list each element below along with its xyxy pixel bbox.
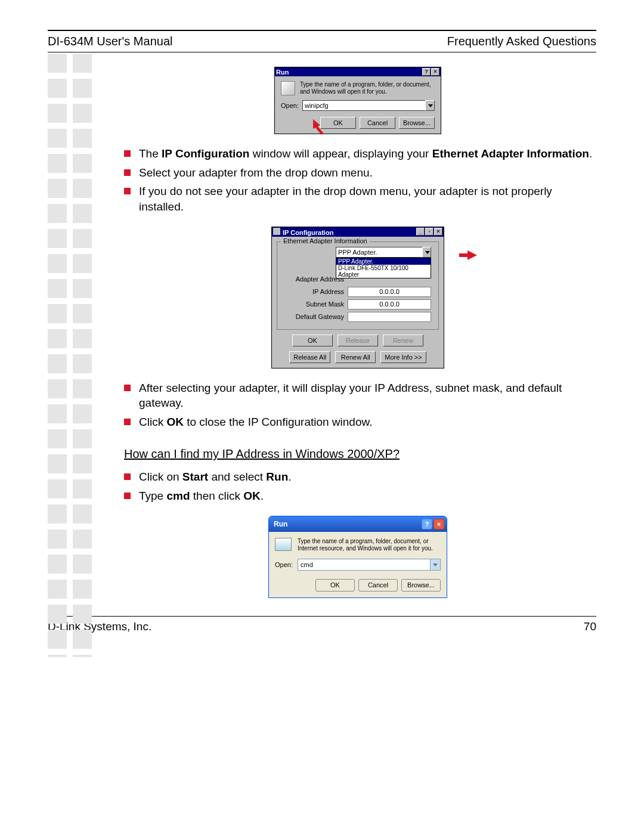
chevron-down-icon[interactable]: [431, 559, 441, 571]
close-icon[interactable]: ×: [434, 519, 444, 529]
ip-configuration-window: IP Configuration _ ▫ × Ethernet Adapter …: [271, 227, 444, 368]
label-ip-address: IP Address: [282, 288, 348, 295]
more-info-button[interactable]: More Info >>: [380, 351, 426, 363]
value-ip-address: 0.0.0.0: [348, 287, 431, 297]
bullet-icon: [124, 188, 131, 194]
open-label: Open:: [281, 102, 299, 109]
help-icon[interactable]: ?: [422, 519, 432, 529]
bullet-icon: [124, 473, 131, 480]
adapter-dropdown-list[interactable]: PPP Adapter. D-Link DFE-550TX 10/100 Ada…: [336, 258, 431, 278]
run-dialog-win9x: Run ? × Type the name of a program, fold…: [274, 67, 441, 134]
bullet-icon: [124, 385, 131, 391]
dropdown-option[interactable]: D-Link DFE-550TX 10/100 Adapter: [336, 265, 431, 278]
svg-marker-0: [313, 119, 324, 135]
close-icon[interactable]: ×: [434, 228, 442, 236]
bullet-icon: [124, 169, 131, 176]
renew-button[interactable]: Renew: [383, 335, 423, 346]
release-button[interactable]: Release: [338, 335, 378, 346]
ok-button[interactable]: OK: [315, 579, 355, 592]
bullet-icon: [124, 419, 131, 425]
browse-button[interactable]: Browse...: [399, 117, 435, 129]
pointer-arrow-icon: [313, 119, 331, 135]
label-subnet-mask: Subnet Mask: [282, 301, 348, 308]
value-default-gateway: [348, 312, 431, 322]
minimize-icon[interactable]: _: [416, 228, 425, 236]
restore-icon[interactable]: ▫: [425, 228, 434, 236]
help-icon[interactable]: ?: [422, 68, 431, 76]
dropdown-option[interactable]: PPP Adapter.: [336, 258, 431, 265]
footer-page-number: 70: [584, 620, 596, 633]
chevron-down-icon[interactable]: [425, 100, 435, 111]
cancel-button[interactable]: Cancel: [358, 579, 398, 592]
open-input[interactable]: [302, 100, 425, 111]
page-header: DI-634M User's Manual Frequently Asked Q…: [48, 35, 596, 48]
browse-button[interactable]: Browse...: [401, 579, 441, 592]
instruction-list-1: The IP Configuration window will appear,…: [124, 146, 596, 215]
runxp-title: Run: [274, 520, 287, 528]
ipcfg-title: IP Configuration: [283, 229, 333, 236]
run-icon: [281, 81, 295, 95]
ok-button[interactable]: OK: [292, 335, 333, 346]
header-left: DI-634M User's Manual: [48, 35, 172, 48]
page-footer: D-Link Systems, Inc. 70: [48, 620, 596, 633]
run9x-message: Type the name of a program, folder, or d…: [300, 81, 435, 95]
bullet-icon: [124, 150, 131, 157]
adapter-select[interactable]: [336, 247, 422, 258]
bullet-icon: [124, 493, 131, 499]
instruction-list-3: Click on Start and select Run. Type cmd …: [124, 469, 596, 503]
run-icon: [275, 538, 292, 551]
section-question: How can I find my IP Address in Windows …: [124, 447, 596, 461]
runxp-message: Type the name of a program, folder, docu…: [298, 538, 441, 553]
renew-all-button[interactable]: Renew All: [335, 351, 376, 363]
pointer-arrow-icon: [459, 249, 477, 261]
svg-marker-1: [459, 250, 477, 260]
open-input[interactable]: [298, 559, 431, 571]
release-all-button[interactable]: Release All: [289, 351, 330, 363]
open-label: Open:: [275, 561, 293, 568]
label-default-gateway: Default Gateway: [282, 313, 348, 320]
app-icon: [273, 228, 280, 235]
group-label: Ethernet Adapter Information: [281, 237, 370, 244]
chevron-down-icon[interactable]: [422, 247, 431, 258]
instruction-list-2: After selecting your adapter, it will di…: [124, 380, 596, 430]
close-icon[interactable]: ×: [431, 68, 439, 76]
header-right: Frequently Asked Questions: [447, 35, 596, 48]
cancel-button[interactable]: Cancel: [360, 117, 395, 129]
run-dialog-winxp: Run ? × Type the name of a program, fold…: [268, 516, 447, 598]
run9x-title: Run: [276, 69, 289, 76]
value-subnet-mask: 0.0.0.0: [348, 299, 431, 309]
decorative-squares: [48, 54, 92, 657]
